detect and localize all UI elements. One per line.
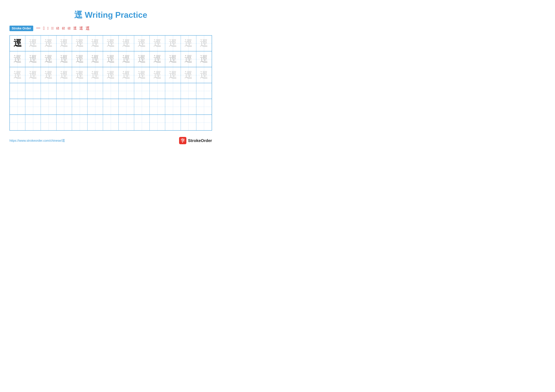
cell-6-4[interactable] xyxy=(57,115,72,130)
footer-url[interactable]: https://www.strokeorder.com/chinese/逕 xyxy=(9,139,65,143)
cell-5-2[interactable] xyxy=(25,99,41,114)
cell-5-1[interactable] xyxy=(10,99,25,114)
practice-grid: 逕 逕 逕 逕 逕 逕 逕 逕 逕 逕 逕 逕 逕 逕 逕 逕 逕 逕 逕 逕 … xyxy=(9,35,212,131)
cell-1-2[interactable]: 逕 xyxy=(25,36,41,51)
cell-2-4[interactable]: 逕 xyxy=(57,51,72,67)
title-text: Writing Practice xyxy=(85,10,147,20)
cell-6-9[interactable] xyxy=(134,115,150,130)
cell-4-3[interactable] xyxy=(41,83,56,99)
cell-4-12[interactable] xyxy=(181,83,196,99)
cell-4-5[interactable] xyxy=(72,83,88,99)
cell-5-8[interactable] xyxy=(119,99,134,114)
cell-6-2[interactable] xyxy=(25,115,41,130)
cell-3-6[interactable]: 逕 xyxy=(88,67,103,83)
cell-3-7[interactable]: 逕 xyxy=(103,67,118,83)
cell-6-6[interactable] xyxy=(88,115,103,130)
char-reference-bold: 逕 xyxy=(14,38,22,49)
cell-1-1[interactable]: 逕 xyxy=(10,36,25,51)
stroke-7: 径 xyxy=(67,26,71,30)
stroke-1: 一 xyxy=(36,25,41,31)
cell-1-3[interactable]: 逕 xyxy=(41,36,56,51)
cell-3-12[interactable]: 逕 xyxy=(181,67,196,83)
grid-row-2: 逕 逕 逕 逕 逕 逕 逕 逕 逕 逕 逕 逕 逕 xyxy=(10,51,212,67)
cell-4-9[interactable] xyxy=(134,83,150,99)
cell-2-10[interactable]: 逕 xyxy=(150,51,165,67)
cell-2-13[interactable]: 逕 xyxy=(196,51,212,67)
page-title: 逕 Writing Practice xyxy=(9,9,212,21)
cell-5-12[interactable] xyxy=(181,99,196,114)
cell-4-7[interactable] xyxy=(103,83,118,99)
logo-text: StrokeOrder xyxy=(188,138,212,143)
cell-5-11[interactable] xyxy=(165,99,181,114)
cell-3-9[interactable]: 逕 xyxy=(134,67,150,83)
cell-3-2[interactable]: 逕 xyxy=(25,67,41,83)
cell-2-7[interactable]: 逕 xyxy=(103,51,118,67)
cell-2-2[interactable]: 逕 xyxy=(25,51,41,67)
stroke-order-row: Stroke Order 一 𠃍 𠃊 𠃌𠃌 径 径 径 逕 逕 逕 xyxy=(9,25,212,31)
grid-row-3: 逕 逕 逕 逕 逕 逕 逕 逕 逕 逕 逕 逕 逕 xyxy=(10,67,212,83)
cell-4-4[interactable] xyxy=(57,83,72,99)
cell-6-8[interactable] xyxy=(119,115,134,130)
cell-3-5[interactable]: 逕 xyxy=(72,67,88,83)
stroke-6: 径 xyxy=(62,26,65,30)
stroke-3: 𠃊 xyxy=(47,26,49,30)
cell-6-11[interactable] xyxy=(165,115,181,130)
stroke-8: 逕 xyxy=(73,26,77,31)
cell-3-11[interactable]: 逕 xyxy=(165,67,181,83)
cell-5-7[interactable] xyxy=(103,99,118,114)
cell-2-11[interactable]: 逕 xyxy=(165,51,181,67)
cell-5-4[interactable] xyxy=(57,99,72,114)
cell-5-3[interactable] xyxy=(41,99,56,114)
cell-5-6[interactable] xyxy=(88,99,103,114)
cell-6-13[interactable] xyxy=(196,115,212,130)
cell-1-6[interactable]: 逕 xyxy=(88,36,103,51)
cell-2-1[interactable]: 逕 xyxy=(10,51,25,67)
cell-6-3[interactable] xyxy=(41,115,56,130)
stroke-2: 𠃍 xyxy=(43,26,45,31)
cell-6-12[interactable] xyxy=(181,115,196,130)
cell-3-4[interactable]: 逕 xyxy=(57,67,72,83)
cell-5-9[interactable] xyxy=(134,99,150,114)
stroke-chars: 一 𠃍 𠃊 𠃌𠃌 径 径 径 逕 逕 逕 xyxy=(36,25,90,31)
cell-2-3[interactable]: 逕 xyxy=(41,51,56,67)
cell-2-9[interactable]: 逕 xyxy=(134,51,150,67)
cell-2-8[interactable]: 逕 xyxy=(119,51,134,67)
cell-3-13[interactable]: 逕 xyxy=(196,67,212,83)
cell-4-8[interactable] xyxy=(119,83,134,99)
cell-5-10[interactable] xyxy=(150,99,165,114)
stroke-4: 𠃌𠃌 xyxy=(51,26,54,30)
grid-row-5 xyxy=(10,99,212,115)
cell-1-5[interactable]: 逕 xyxy=(72,36,88,51)
cell-3-3[interactable]: 逕 xyxy=(41,67,56,83)
cell-1-12[interactable]: 逕 xyxy=(181,36,196,51)
cell-2-12[interactable]: 逕 xyxy=(181,51,196,67)
cell-6-10[interactable] xyxy=(150,115,165,130)
cell-1-4[interactable]: 逕 xyxy=(57,36,72,51)
grid-row-1: 逕 逕 逕 逕 逕 逕 逕 逕 逕 逕 逕 逕 逕 xyxy=(10,36,212,51)
cell-6-5[interactable] xyxy=(72,115,88,130)
cell-3-1[interactable]: 逕 xyxy=(10,67,25,83)
cell-4-2[interactable] xyxy=(25,83,41,99)
cell-3-10[interactable]: 逕 xyxy=(150,67,165,83)
cell-4-13[interactable] xyxy=(196,83,212,99)
cell-3-8[interactable]: 逕 xyxy=(119,67,134,83)
cell-2-5[interactable]: 逕 xyxy=(72,51,88,67)
cell-4-11[interactable] xyxy=(165,83,181,99)
cell-1-9[interactable]: 逕 xyxy=(134,36,150,51)
grid-row-6 xyxy=(10,115,212,130)
cell-6-1[interactable] xyxy=(10,115,25,130)
cell-5-13[interactable] xyxy=(196,99,212,114)
title-char: 逕 xyxy=(74,10,82,20)
cell-6-7[interactable] xyxy=(103,115,118,130)
cell-1-10[interactable]: 逕 xyxy=(150,36,165,51)
cell-4-1[interactable] xyxy=(10,83,25,99)
cell-1-13[interactable]: 逕 xyxy=(196,36,212,51)
cell-4-10[interactable] xyxy=(150,83,165,99)
cell-2-6[interactable]: 逕 xyxy=(88,51,103,67)
cell-1-7[interactable]: 逕 xyxy=(103,36,118,51)
cell-1-11[interactable]: 逕 xyxy=(165,36,181,51)
cell-1-8[interactable]: 逕 xyxy=(119,36,134,51)
footer: https://www.strokeorder.com/chinese/逕 字 … xyxy=(9,137,212,144)
cell-4-6[interactable] xyxy=(88,83,103,99)
cell-5-5[interactable] xyxy=(72,99,88,114)
